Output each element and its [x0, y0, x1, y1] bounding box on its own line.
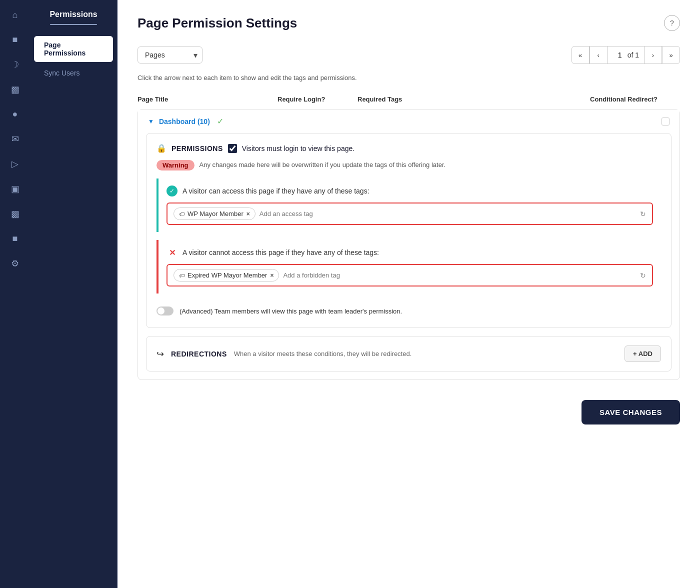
advanced-text: (Advanced) Team members will view this p… — [180, 308, 402, 315]
next-page-button[interactable]: › — [644, 46, 662, 64]
forbidden-tag-input[interactable] — [283, 272, 636, 279]
last-page-button[interactable]: » — [662, 46, 680, 64]
save-changes-button[interactable]: SAVE CHANGES — [582, 400, 680, 424]
team-icon[interactable]: ■ — [8, 234, 22, 244]
permissions-label: PERMISSIONS — [172, 144, 223, 152]
sidebar-divider — [50, 24, 97, 25]
card-row-header: ▼ Dashboard (10) ✓ — [138, 110, 680, 133]
tag-icon: 🏷 — [179, 272, 184, 278]
main-content: Page Permission Settings ? Pages Posts P… — [118, 0, 700, 588]
col-page-title: Page Title — [138, 96, 278, 103]
forbidden-title-row: ✕ A visitor cannot access this page if t… — [166, 247, 653, 258]
advanced-row: (Advanced) Team members will view this p… — [156, 302, 661, 318]
permissions-box: 🔒 PERMISSIONS Visitors must login to vie… — [146, 133, 672, 328]
pages-select[interactable]: Pages Posts Products — [138, 46, 202, 64]
dashboard-link[interactable]: Dashboard (10) — [159, 118, 210, 126]
access-tag-remove[interactable]: × — [246, 210, 250, 218]
page-title: Page Permission Settings — [138, 16, 297, 31]
refresh-icon[interactable]: ↻ — [640, 210, 646, 218]
user-icon[interactable]: ● — [8, 109, 22, 120]
forbidden-tag-remove[interactable]: × — [270, 272, 274, 279]
access-section: ✓ A visitor can access this page if they… — [156, 178, 661, 232]
footer: SAVE CHANGES — [138, 390, 680, 430]
forbidden-tag-expired: 🏷 Expired WP Mayor Member × — [174, 269, 279, 282]
prev-page-button[interactable]: ‹ — [590, 46, 608, 64]
help-button[interactable]: ? — [664, 15, 680, 31]
permissions-title-row: 🔒 PERMISSIONS Visitors must login to vie… — [156, 144, 661, 153]
card-checkbox[interactable] — [662, 118, 670, 126]
lock-icon: 🔒 — [156, 144, 166, 153]
col-conditional-redirect: Conditional Redirect? — [590, 96, 680, 103]
access-description: A visitor can access this page if they h… — [182, 187, 370, 195]
controls-row: Pages Posts Products ▾ « ‹ of 1 › » — [138, 46, 680, 64]
page-header: Page Permission Settings ? — [138, 15, 680, 31]
teal-check-icon: ✓ — [166, 186, 178, 196]
col-require-login: Require Login? — [278, 96, 358, 103]
first-page-button[interactable]: « — [572, 46, 590, 64]
forbidden-refresh-icon[interactable]: ↻ — [640, 272, 646, 280]
warning-badge: Warning — [156, 160, 194, 170]
table-header: Page Title Require Login? Required Tags … — [138, 92, 680, 109]
expand-chevron-icon[interactable]: ▼ — [148, 118, 154, 125]
sidebar-title: Permissions — [30, 10, 117, 24]
forbidden-tag-label: Expired WP Mayor Member — [188, 272, 267, 279]
add-button[interactable]: + ADD — [624, 346, 661, 362]
access-tag-label: WP Mayor Member — [188, 210, 244, 218]
page-input-wrap: of 1 — [608, 46, 644, 64]
megaphone-icon[interactable]: ▷ — [8, 158, 22, 170]
toggle-knob — [158, 308, 164, 314]
store-icon[interactable]: ■ — [8, 34, 22, 45]
check-mark-icon: ✓ — [217, 116, 224, 126]
advanced-toggle[interactable] — [156, 306, 174, 316]
sidebar-item-sync-users[interactable]: Sync Users — [34, 64, 113, 82]
group-icon[interactable]: ▩ — [8, 208, 22, 220]
icon-bar: ⌂ ■ ☽ ▩ ● ✉ ▷ ▣ ▩ ■ ⚙ — [0, 0, 30, 588]
home-icon[interactable]: ⌂ — [8, 10, 22, 20]
mail-icon[interactable]: ✉ — [8, 134, 22, 144]
forbidden-description: A visitor cannot access this page if the… — [182, 248, 379, 256]
col-required-tags: Required Tags — [358, 96, 590, 103]
chart-icon[interactable]: ▩ — [8, 84, 22, 95]
forbidden-section: ✕ A visitor cannot access this page if t… — [156, 240, 661, 294]
settings-icon[interactable]: ⚙ — [8, 258, 22, 269]
cart-icon[interactable]: ☽ — [8, 59, 22, 70]
access-tag-input[interactable] — [260, 210, 636, 218]
red-x-icon: ✕ — [166, 247, 178, 258]
pagination: « ‹ of 1 › » — [572, 46, 680, 64]
redirect-icon: ↪ — [156, 348, 164, 360]
page-input[interactable] — [612, 51, 628, 59]
redirections-description: When a visitor meets these conditions, t… — [234, 350, 618, 358]
login-checkbox[interactable] — [228, 144, 237, 153]
access-title-row: ✓ A visitor can access this page if they… — [166, 186, 653, 196]
tag-icon: 🏷 — [179, 211, 184, 217]
access-tag-wp-mayor: 🏷 WP Mayor Member × — [174, 208, 256, 220]
dashboard-card: ▼ Dashboard (10) ✓ 🔒 PERMISSIONS Visitor… — [138, 109, 680, 380]
warning-row: Warning Any changes made here will be ov… — [156, 160, 661, 170]
forbidden-tag-area[interactable]: 🏷 Expired WP Mayor Member × ↻ — [166, 264, 653, 286]
sidebar-item-page-permissions[interactable]: Page Permissions — [34, 36, 113, 62]
hint-text: Click the arrow next to each item to sho… — [138, 74, 680, 82]
page-of-label: of 1 — [628, 51, 639, 59]
access-tag-area[interactable]: 🏷 WP Mayor Member × ↻ — [166, 202, 653, 225]
redirections-label: REDIRECTIONS — [171, 350, 227, 358]
pages-select-wrap: Pages Posts Products ▾ — [138, 46, 202, 64]
login-text: Visitors must login to view this page. — [242, 144, 354, 152]
redirections-box: ↪ REDIRECTIONS When a visitor meets thes… — [146, 336, 672, 372]
book-icon[interactable]: ▣ — [8, 184, 22, 194]
sidebar: Permissions Page Permissions Sync Users — [30, 0, 118, 588]
warning-text: Any changes made here will be overwritte… — [200, 160, 446, 170]
